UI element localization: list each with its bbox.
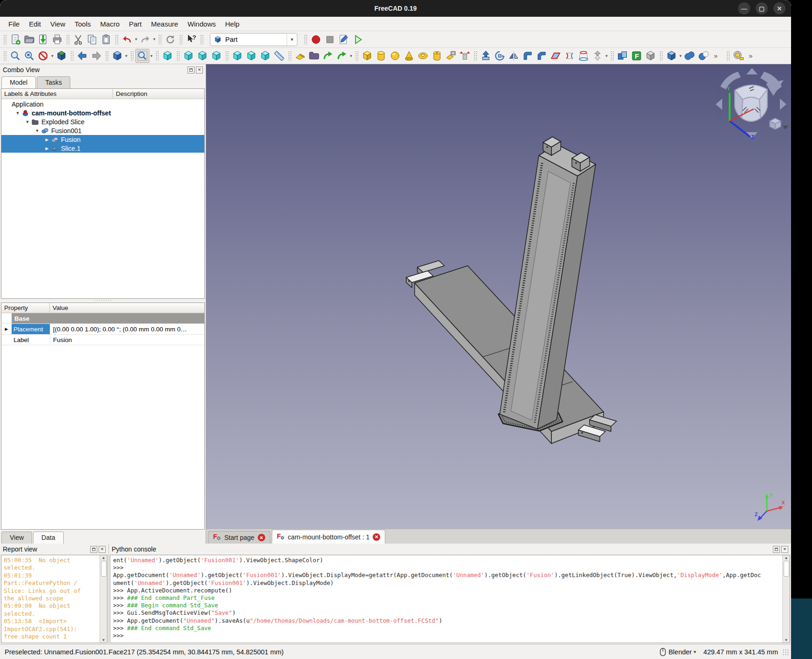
boolean-operation-icon[interactable] (664, 49, 678, 63)
make-face-icon[interactable] (549, 49, 563, 63)
property-row-base[interactable]: Base (1, 313, 204, 324)
nav-forward-icon[interactable] (89, 49, 103, 63)
whats-this-icon[interactable]: ? (184, 33, 198, 47)
fit-selection-icon[interactable] (22, 49, 36, 63)
part-export-curve-icon[interactable] (335, 49, 349, 63)
chevron-down-icon[interactable]: ▼ (124, 54, 128, 58)
chevron-down-icon[interactable]: ▼ (287, 34, 297, 46)
revolve-icon[interactable] (493, 49, 507, 63)
menu-windows[interactable]: Windows (183, 18, 221, 30)
make-compound-icon[interactable] (616, 49, 630, 63)
expander-open-icon[interactable]: ▼ (34, 128, 41, 133)
toolbar-handle[interactable] (3, 34, 7, 45)
chevron-down-icon[interactable]: ▼ (678, 54, 683, 58)
view-isometric-icon[interactable] (110, 49, 124, 63)
scroll-up-icon[interactable]: ▲ (102, 556, 106, 560)
mirror-icon[interactable] (507, 49, 521, 63)
workbench-selector[interactable]: Part▼ (210, 33, 297, 46)
refresh-icon[interactable] (163, 33, 177, 47)
convert-to-solid-icon[interactable] (644, 49, 658, 63)
tab-close-icon[interactable]: ✕ (373, 533, 380, 541)
chevron-down-icon[interactable]: ▼ (349, 54, 353, 58)
scroll-down-icon[interactable]: ▼ (102, 638, 106, 642)
title-bar[interactable]: FreeCAD 0.19 — ▢ ✕ (0, 0, 791, 17)
tab-tasks[interactable]: Tasks (37, 76, 70, 88)
tab-data[interactable]: Data (33, 531, 64, 544)
view-top-icon[interactable] (195, 49, 209, 63)
boolean-union-icon[interactable] (683, 49, 697, 63)
toolbar-handle[interactable] (3, 51, 7, 61)
console-scrollbar[interactable]: ▲ ▼ (782, 555, 790, 643)
primitive-tube-icon[interactable] (430, 49, 444, 63)
macro-stop-icon[interactable] (323, 33, 337, 47)
expander-open-icon[interactable]: ▼ (14, 111, 21, 115)
resize-grip[interactable] (782, 648, 789, 656)
panel-float-icon[interactable] (773, 546, 780, 553)
copy-icon[interactable] (85, 33, 99, 47)
chevron-down-icon[interactable]: ▼ (50, 54, 54, 58)
panel-close-icon[interactable]: ✕ (99, 546, 106, 553)
chevron-down-icon[interactable]: ▼ (134, 37, 138, 41)
shape-builder-icon[interactable] (444, 49, 458, 63)
3d-viewport[interactable]: Y Z (206, 64, 791, 529)
expander-closed-icon[interactable]: ▶ (43, 137, 51, 142)
toolbar-overflow-icon[interactable]: » (711, 49, 725, 63)
document-tab-start-page[interactable]: FStart page✕ (208, 531, 270, 544)
primitive-box-icon[interactable] (360, 49, 374, 63)
primitive-cylinder-icon[interactable] (374, 49, 388, 63)
macro-record-icon[interactable] (309, 33, 323, 47)
part-import-curve-icon[interactable] (321, 49, 335, 63)
close-button[interactable]: ✕ (773, 2, 785, 14)
primitive-sphere-icon[interactable] (388, 49, 402, 63)
primitives-dialog-icon[interactable] (458, 49, 472, 63)
expander-closed-icon[interactable]: ▶ (1, 324, 12, 334)
minimize-button[interactable]: — (738, 2, 750, 14)
python-console-log[interactable]: ent('Unnamed').getObject('Fusion001').Vi… (110, 555, 782, 643)
thickness-icon[interactable]: F (630, 49, 644, 63)
open-document-icon[interactable] (22, 33, 36, 47)
offset-3d-icon[interactable] (591, 49, 604, 63)
maximize-button[interactable]: ▢ (756, 2, 768, 14)
measure-distance-icon[interactable] (272, 49, 286, 63)
scroll-up-icon[interactable]: ▲ (785, 556, 788, 560)
scroll-thumb[interactable] (784, 561, 789, 577)
tree-item-slice-1[interactable]: ▶Slice.1 (1, 144, 204, 153)
menu-edit[interactable]: Edit (24, 18, 46, 30)
tree-header-labels[interactable]: Labels & Attributes (1, 89, 113, 99)
value-col-header[interactable]: Value (50, 304, 204, 311)
loft-icon[interactable] (577, 49, 591, 63)
view-axonometric-icon[interactable] (161, 49, 174, 63)
draw-style-icon[interactable] (36, 49, 50, 63)
save-document-icon[interactable] (36, 33, 50, 47)
extrude-icon[interactable] (479, 49, 493, 63)
tree-item-exploded-slice[interactable]: ▼Exploded Slice (1, 117, 204, 126)
panel-splitter[interactable] (0, 299, 206, 303)
panel-close-icon[interactable]: ✕ (781, 546, 788, 553)
chevron-down-icon[interactable]: ▼ (604, 54, 609, 58)
menu-file[interactable]: File (4, 18, 24, 30)
macro-edit-icon[interactable] (337, 33, 351, 47)
property-row-placement[interactable]: ▶Placement[(0.00 0.00 1.00); 0.00 °; (0.… (1, 324, 204, 335)
view-left-icon[interactable] (258, 49, 272, 63)
menu-macro[interactable]: Macro (95, 18, 124, 30)
paste-icon[interactable] (99, 33, 113, 47)
menu-part[interactable]: Part (124, 18, 147, 30)
fit-all-icon[interactable] (8, 49, 22, 63)
tree-item-application[interactable]: Application (1, 100, 204, 108)
nav-style-selector[interactable]: Blender (669, 648, 692, 656)
box-zoom-icon[interactable] (135, 49, 149, 63)
view-bottom-icon[interactable] (244, 49, 258, 63)
part-import-icon[interactable] (293, 49, 307, 63)
view-right-icon[interactable] (209, 49, 223, 63)
tab-model[interactable]: Model (1, 76, 36, 88)
redo-icon[interactable] (138, 33, 152, 47)
navigation-cube[interactable]: Y Z (714, 66, 788, 141)
cad-model[interactable] (206, 64, 791, 529)
new-document-icon[interactable] (8, 33, 22, 47)
panel-float-icon[interactable] (90, 546, 97, 553)
tree-item-fusion[interactable]: ▶Fusion (1, 135, 204, 144)
measure-overflow-icon[interactable]: » (745, 49, 759, 63)
tree-item-cam-mount-bottom-offset[interactable]: ▼cam-mount-bottom-offset (1, 108, 204, 117)
expander-open-icon[interactable]: ▼ (24, 120, 31, 124)
tree-header-description[interactable]: Description (113, 90, 204, 97)
